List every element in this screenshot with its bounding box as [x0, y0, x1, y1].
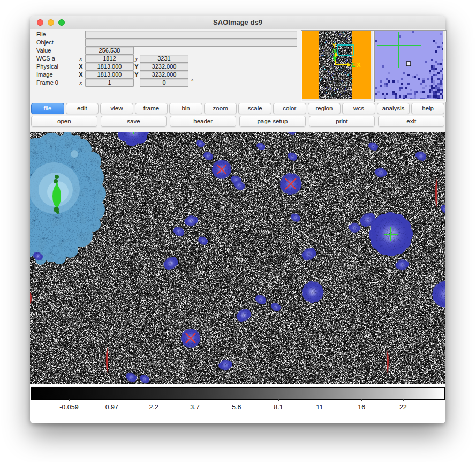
colorbar-tick-label: 5.6: [232, 404, 241, 411]
titlebar[interactable]: SAOImage ds9: [30, 16, 445, 29]
exit-button[interactable]: exit: [378, 116, 444, 127]
wcs-x-coord-label: x: [78, 55, 84, 62]
menu-view-button[interactable]: view: [100, 103, 133, 114]
colorbar-section: -0.0590.972.23.75.68.1111622: [30, 384, 445, 423]
image-label: Image: [36, 71, 53, 78]
image-canvas[interactable]: [30, 132, 445, 384]
menu-file-button[interactable]: file: [31, 103, 64, 114]
colorbar-tick: [237, 399, 237, 401]
menu-help-button[interactable]: help: [411, 103, 444, 114]
colorbar-tick-label: 16: [358, 404, 365, 411]
colorbar-tick-label: 8.1: [274, 404, 283, 411]
colorbar-tick: [320, 399, 320, 401]
save-button[interactable]: save: [101, 116, 167, 127]
colorbar-tick: [154, 399, 154, 401]
file-field[interactable]: [85, 31, 297, 39]
menu-region-button[interactable]: region: [308, 103, 341, 114]
value-label: Value: [36, 47, 51, 54]
colorbar-tick-label: 3.7: [190, 404, 199, 411]
menu-wcs-button[interactable]: wcs: [342, 103, 375, 114]
magnifier-canvas: [375, 31, 443, 99]
colorbar[interactable]: [31, 387, 445, 400]
image-x-field[interactable]: 1813.000: [85, 71, 134, 79]
colorbar-tick: [403, 399, 404, 401]
wcs-label: WCS a: [36, 55, 55, 62]
physical-y-coord-label: Y: [134, 63, 139, 70]
colorbar-tick-label: 2.2: [149, 404, 158, 411]
file-menu-bar: opensaveheaderpage setupprintexit: [31, 116, 444, 127]
menu-edit-button[interactable]: edit: [66, 103, 99, 114]
menu-analysis-button[interactable]: analysis: [377, 103, 410, 114]
panner-canvas[interactable]: [302, 31, 371, 99]
object-label: Object: [36, 39, 54, 46]
wcs-x-field[interactable]: 1812: [85, 55, 134, 63]
menu-bin-button[interactable]: bin: [169, 103, 202, 114]
image-y-coord-label: Y: [134, 71, 139, 78]
menu-scale-button[interactable]: scale: [238, 103, 271, 114]
image-x-coord-label: X: [78, 71, 84, 78]
menu-zoom-button[interactable]: zoom: [204, 103, 237, 114]
colorbar-tick: [112, 399, 112, 401]
window-title: SAOImage ds9: [30, 18, 445, 26]
colorbar-tick-label: 0.97: [105, 404, 118, 411]
frame-label: Frame 0: [36, 79, 58, 86]
object-field[interactable]: [85, 39, 297, 47]
panner-frame: [301, 30, 374, 102]
colorbar-tick: [69, 399, 70, 401]
page-setup-button[interactable]: page setup: [239, 116, 306, 127]
colorbar-tick-label: -0.059: [59, 404, 78, 411]
header-button[interactable]: header: [170, 116, 236, 127]
magnifier-frame: [374, 30, 447, 102]
colorbar-tick: [278, 399, 279, 401]
physical-x-field[interactable]: 1813.000: [85, 63, 134, 71]
file-label: File: [36, 31, 46, 38]
frame-rotate-field[interactable]: 0: [140, 79, 188, 87]
colorbar-tick: [195, 399, 195, 401]
colorbar-tick-label: 11: [316, 404, 323, 411]
degree-symbol: °: [191, 78, 193, 85]
menu-frame-button[interactable]: frame: [135, 103, 168, 114]
print-button[interactable]: print: [309, 116, 375, 127]
menu-color-button[interactable]: color: [273, 103, 306, 114]
ds9-window: SAOImage ds9 File Object Value 256.538 W…: [30, 16, 445, 423]
physical-y-field[interactable]: 3232.000: [140, 63, 188, 71]
value-field[interactable]: 256.538: [85, 47, 134, 55]
physical-label: Physical: [36, 63, 58, 70]
frame-x-coord-label: x: [78, 79, 84, 86]
colorbar-tick-label: 22: [399, 404, 407, 411]
desktop: SAOImage ds9 File Object Value 256.538 W…: [0, 0, 476, 462]
menu-bar: fileeditviewframebinzoomscalecolorregion…: [31, 103, 444, 114]
wcs-y-field[interactable]: 3231: [140, 55, 188, 63]
open-button[interactable]: open: [31, 116, 97, 127]
image-y-field[interactable]: 3232.000: [140, 71, 188, 79]
wcs-y-coord-label: y: [134, 55, 139, 62]
colorbar-tick: [361, 399, 362, 401]
physical-x-coord-label: X: [78, 63, 84, 70]
frame-zoom-field[interactable]: 1: [85, 79, 134, 87]
